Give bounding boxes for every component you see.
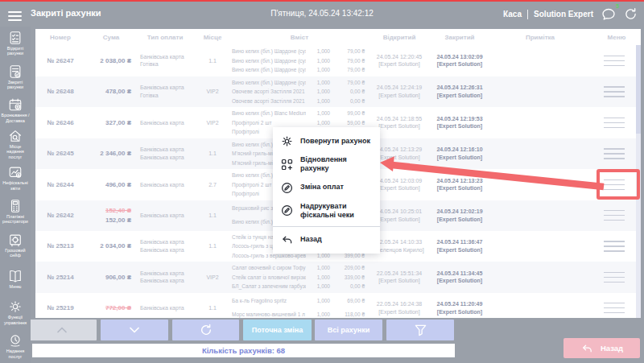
payment-type: Банківська картаГотівка bbox=[137, 84, 193, 99]
back-arrow-icon bbox=[580, 342, 594, 354]
back-button[interactable]: Назад bbox=[564, 338, 640, 358]
row-menu-button[interactable] bbox=[604, 52, 625, 70]
sidebar-item-label: Місце надання послуг bbox=[1, 144, 30, 160]
menu-item-change-payment[interactable]: Зміна оплат bbox=[273, 178, 380, 198]
hamburger-menu-icon[interactable] bbox=[8, 9, 22, 23]
closed-at: 24.05.24 11:20:49[Expert Solution] bbox=[431, 300, 488, 316]
menu-item-print-fiscal[interactable]: Надрукувати фіскальні чеки bbox=[273, 198, 380, 225]
user-label: Solution Expert bbox=[534, 10, 593, 19]
receipt-number: № 26245 bbox=[35, 150, 85, 157]
payment-type: Банківська карта bbox=[137, 181, 193, 188]
sidebar-item-menu-book[interactable]: Меню bbox=[0, 262, 31, 296]
sidebar-item-open-receipts[interactable]: Відкриті рахунки bbox=[0, 27, 31, 60]
table-place: 1.1 bbox=[193, 151, 232, 156]
safe-icon bbox=[8, 233, 23, 247]
topbar-separator bbox=[527, 10, 528, 19]
opened-at: 22.05.24 15:51:34[Expert Solution] bbox=[367, 270, 431, 285]
button-label: Всі рахунки bbox=[328, 326, 370, 334]
sidebar-item-label: Меню bbox=[10, 284, 22, 290]
receipt-number: № 26246 bbox=[35, 119, 85, 126]
sidebar-item-safe[interactable]: Грошовий сейф bbox=[0, 229, 31, 262]
closed-at: 24.05.24 12:02:19[Expert Solution] bbox=[431, 208, 488, 223]
sidebar-item-label: Нефіскальні звіти bbox=[1, 180, 30, 191]
payment-type: Банківська карта bbox=[137, 304, 193, 311]
closed-at: 24.05.24 11:36:47[Expert Solution] bbox=[431, 238, 488, 254]
all-receipts-button[interactable]: Всі рахунки bbox=[315, 320, 382, 340]
sidebar-item-pos-terminal[interactable]: Платіжні реєстратори bbox=[0, 195, 31, 229]
refresh-icon bbox=[200, 324, 213, 336]
column-header: Відкритий bbox=[367, 34, 431, 41]
receipt-sum: 496,00 ₴ bbox=[85, 181, 137, 188]
sidebar-item-reports[interactable]: Нефіскальні звіти bbox=[0, 161, 31, 195]
open-receipts-icon bbox=[8, 31, 23, 45]
current-shift-button[interactable]: Поточна зміна bbox=[243, 320, 312, 340]
sidebar-item-label: Бронювання / Доставка bbox=[1, 113, 30, 123]
sidebar-item-label: Надання послуг bbox=[1, 349, 30, 359]
row-menu-button[interactable] bbox=[604, 83, 625, 101]
closed-at: 24.05.24 12:13:23[Expert Solution] bbox=[431, 177, 488, 192]
table-place: 1.1 bbox=[193, 243, 232, 249]
receipt-count-bar: Кількість рахунків: 68 bbox=[32, 344, 455, 357]
refresh-button[interactable] bbox=[172, 320, 239, 340]
receipt-number: № 25219 bbox=[35, 304, 85, 311]
table-row[interactable]: № 25214 906,00 ₴ Банківська картаБанківс… bbox=[35, 262, 636, 293]
button-label: Поточна зміна bbox=[252, 326, 303, 334]
table-place: 1.1 bbox=[193, 58, 232, 64]
column-header: Меню bbox=[592, 34, 641, 41]
column-header: Місце bbox=[193, 34, 232, 41]
sidebar-item-label: Грошовий сейф bbox=[1, 248, 30, 258]
restore-receipt-icon bbox=[281, 159, 293, 171]
datetime-label: П'ятниця, 24.05.24 13:42:12 bbox=[270, 9, 374, 18]
menu-divider bbox=[273, 226, 380, 227]
table-row[interactable]: № 26248 478,00 ₴ Банківська картаГотівка… bbox=[35, 76, 636, 108]
table-row[interactable]: № 25219 772,00 ₴ Банківська карта 1.1 Ба… bbox=[35, 293, 636, 319]
receipt-sum: 327,00 ₴ bbox=[85, 119, 137, 126]
closed-at: 24.05.24 11:34:45[Expert Solution] bbox=[431, 270, 488, 285]
station-label: Каса bbox=[503, 10, 522, 19]
row-menu-button[interactable] bbox=[604, 113, 625, 132]
page-up-button[interactable] bbox=[27, 320, 97, 340]
closed-at: 24.05.24 13:02:09[Expert Solution] bbox=[431, 53, 488, 68]
scrollbar-thumb[interactable] bbox=[636, 45, 641, 134]
column-header: Номер bbox=[35, 34, 85, 41]
sidebar-item-management[interactable]: Функції управління bbox=[0, 295, 31, 329]
receipt-sum: 2 034,00 ₴ bbox=[85, 242, 137, 250]
closed-receipts-icon bbox=[8, 64, 23, 79]
chat-icon[interactable]: 5 bbox=[601, 6, 617, 23]
change-payment-icon bbox=[281, 182, 293, 194]
page-title: Закриті рахунки bbox=[31, 8, 101, 18]
chevron-up-icon bbox=[55, 324, 69, 336]
sync-icon[interactable] bbox=[624, 7, 638, 21]
receipt-sum: 772,00 ₴ bbox=[85, 304, 137, 311]
row-menu-button[interactable] bbox=[604, 299, 625, 317]
row-menu-button[interactable] bbox=[604, 268, 625, 287]
menu-item-restore-receipt[interactable]: Відновлення рахунку bbox=[273, 151, 380, 178]
payment-type: Банківська карта bbox=[137, 212, 193, 219]
row-menu-button[interactable] bbox=[604, 206, 625, 225]
sidebar-item-closed-receipts[interactable]: Закриті рахунки bbox=[0, 60, 31, 94]
page-down-button[interactable] bbox=[101, 320, 168, 340]
menu-item-return-receipt[interactable]: Повернути рахунок bbox=[273, 131, 380, 151]
reports-icon bbox=[8, 165, 23, 179]
receipt-items: Вино келих (біл.) Шардоне (сух.) Испанія… bbox=[232, 45, 367, 76]
row-menu-button[interactable] bbox=[604, 237, 625, 256]
sidebar-item-services-clock[interactable]: Надання послуг bbox=[0, 329, 31, 363]
filter-icon bbox=[414, 324, 427, 337]
receipt-number: № 25214 bbox=[35, 274, 85, 281]
services-clock-icon bbox=[8, 333, 23, 348]
sidebar-item-service-place[interactable]: Місце надання послуг bbox=[0, 127, 31, 161]
sidebar-item-label: Платіжні реєстратори bbox=[1, 214, 30, 225]
row-menu-button[interactable] bbox=[604, 175, 625, 194]
table-row[interactable]: № 26247 2 038,00 ₴ Банківська картаГотів… bbox=[35, 45, 636, 76]
menu-item-back-arrow[interactable]: Назад bbox=[273, 229, 380, 250]
table-place: VIP2 bbox=[193, 120, 232, 126]
filter-button[interactable] bbox=[386, 320, 454, 340]
pos-terminal-icon bbox=[8, 199, 23, 213]
row-menu-button[interactable] bbox=[604, 145, 625, 163]
receipt-sum: 2 038,00 ₴ bbox=[85, 57, 137, 64]
sidebar-item-booking[interactable]: Бронювання / Доставка bbox=[0, 94, 31, 128]
receipt-count-label: Кількість рахунків: 68 bbox=[202, 346, 285, 355]
payment-type: Банківська картаГотівка bbox=[137, 53, 193, 68]
closed-at: 24.05.24 12:26:31[Expert Solution] bbox=[431, 84, 488, 99]
booking-icon bbox=[8, 97, 23, 112]
